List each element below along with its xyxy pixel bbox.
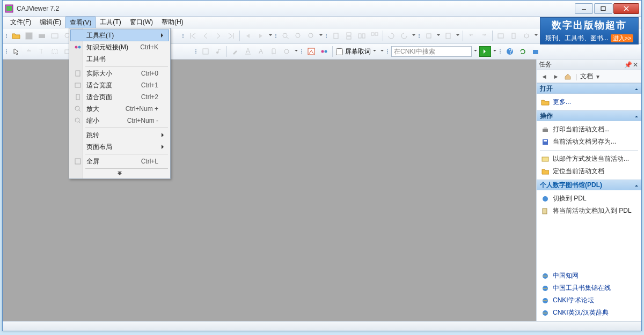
zoom-drop[interactable] [318, 30, 324, 42]
grip[interactable] [5, 30, 8, 42]
menu-fullscreen[interactable]: 全屏Ctrl+L [70, 155, 169, 167]
banner-enter-button[interactable]: 进入>> [611, 34, 634, 42]
section-open-header[interactable]: 打开 [537, 83, 641, 94]
locate-doc-item[interactable]: 定位当前活动文档 [540, 165, 638, 177]
knowledge-link-icon [74, 43, 82, 51]
stamp-button[interactable] [281, 46, 292, 57]
actual-size-button[interactable] [521, 30, 532, 42]
rotate-cw-button[interactable] [385, 30, 397, 42]
layout-single-button[interactable] [330, 30, 342, 42]
screen-lookup-checkbox[interactable] [336, 48, 343, 55]
text-select-button[interactable]: T [36, 46, 48, 57]
open-button[interactable] [10, 30, 22, 42]
close-pane-button[interactable]: ✕ [632, 61, 639, 69]
zoom-actual-button[interactable] [305, 30, 317, 42]
link-cnki[interactable]: 中国知网 [540, 270, 638, 282]
menu-help[interactable]: 帮助(H) [157, 17, 188, 28]
undo-button[interactable] [465, 30, 477, 42]
menu-file[interactable]: 文件(F) [6, 17, 35, 28]
last-page-button[interactable] [225, 30, 237, 42]
layout-cont-button[interactable] [343, 30, 355, 42]
strikeout-button[interactable]: A [255, 46, 267, 57]
doc-tab-label[interactable]: 文档 [580, 72, 593, 81]
print-button[interactable] [36, 30, 48, 42]
home-icon[interactable] [564, 72, 572, 81]
refresh-button[interactable] [517, 46, 529, 57]
save-button[interactable] [23, 30, 35, 42]
underline-button[interactable]: A [242, 46, 254, 57]
minimize-button[interactable] [575, 3, 593, 14]
menu-knowledge-link[interactable]: 知识元链接(M)Ctrl+K [70, 41, 169, 53]
add-to-pdl-item[interactable]: 将当前活动文档加入到 PDL [540, 205, 638, 217]
search-input[interactable]: 在CNKI中搜索 [391, 46, 472, 57]
dict-button[interactable] [318, 46, 330, 57]
nav-drop[interactable] [268, 30, 273, 42]
search-go-button[interactable] [479, 46, 491, 57]
back-button[interactable] [242, 30, 254, 42]
highlight-button[interactable] [229, 46, 241, 57]
forward-icon[interactable]: ► [552, 72, 560, 81]
next-page-button[interactable] [213, 30, 224, 42]
menu-toolbars[interactable]: 工具栏(T) [70, 29, 169, 41]
view-dropdown: 工具栏(T) 知识元链接(M)Ctrl+K 工具书 实际大小Ctrl+0 适合宽… [69, 28, 171, 179]
rotate-drop[interactable] [411, 30, 416, 42]
section-pdl-header[interactable]: 个人数字图书馆(PDL) [537, 180, 641, 190]
prev-page-button[interactable] [200, 30, 211, 42]
link-dict[interactable]: CNKI英汉/汉英辞典 [540, 307, 638, 319]
fit-page-button[interactable] [508, 30, 519, 42]
grip[interactable] [181, 30, 185, 42]
menu-expand-chevron[interactable] [70, 170, 169, 177]
save-as-item[interactable]: 当前活动文档另存为... [540, 136, 638, 148]
link-forum[interactable]: CNKI学术论坛 [540, 294, 638, 307]
print-doc-item[interactable]: 打印当前活动文档... [540, 123, 638, 136]
maximize-button[interactable] [594, 3, 612, 14]
layout-cont-facing-button[interactable] [369, 30, 380, 42]
screen-lookup-toggle[interactable]: 屏幕取词 [335, 46, 378, 57]
banner-ad[interactable]: 数字出版物超市 期刊、工具书、图书... 进入>> [540, 17, 639, 44]
menu-fit-page[interactable]: 适合页面Ctrl+2 [70, 91, 169, 103]
menu-zoom-out[interactable]: 缩小Ctrl+Num - [70, 115, 169, 126]
bookmark-button[interactable] [268, 46, 280, 57]
search-drop[interactable] [473, 46, 478, 57]
forward-button[interactable] [255, 30, 267, 42]
section-ops-header[interactable]: 操作 [537, 110, 641, 121]
menu-window[interactable]: 窗口(W) [126, 17, 157, 28]
save-icon [541, 138, 550, 146]
menu-zoom-in[interactable]: 放大Ctrl+Num + [70, 103, 169, 115]
paste-button[interactable] [442, 30, 454, 42]
help-button[interactable]: ? [504, 46, 516, 57]
menu-goto[interactable]: 跳转 [70, 129, 169, 141]
note-button[interactable] [200, 46, 211, 57]
pin-icon[interactable]: 📌 [624, 61, 632, 69]
zoom-out-button[interactable] [292, 30, 304, 42]
pointer-button[interactable] [10, 46, 22, 57]
link-tools[interactable]: 中国工具书集锦在线 [540, 282, 638, 294]
zoom-in-button[interactable] [280, 30, 291, 42]
ocr-button[interactable] [305, 46, 317, 57]
back-icon[interactable]: ◄ [540, 72, 548, 81]
menu-fit-width[interactable]: 适合宽度Ctrl+1 [70, 79, 169, 91]
menu-actual-size[interactable]: 实际大小Ctrl+0 [70, 68, 169, 79]
rotate-ccw-button[interactable] [398, 30, 410, 42]
menu-reference-book[interactable]: 工具书 [70, 53, 169, 65]
audio-note-button[interactable] [213, 46, 224, 57]
switch-pdl-item[interactable]: 切换到 PDL [540, 192, 638, 205]
app-icon [5, 4, 13, 13]
close-button[interactable] [613, 3, 639, 14]
hand-button[interactable] [23, 46, 35, 57]
menu-edit[interactable]: 编辑(E) [35, 17, 65, 28]
image-select-button[interactable] [49, 46, 61, 57]
send-mail-item[interactable]: 以邮件方式发送当前活动... [540, 153, 638, 165]
open-more-link[interactable]: 更多... [540, 96, 638, 108]
fit-width-button[interactable] [495, 30, 507, 42]
mail-icon [541, 155, 550, 163]
menu-tools[interactable]: 工具(T) [96, 17, 125, 28]
menu-page-layout[interactable]: 页面布局 [70, 141, 169, 153]
mail-button[interactable] [49, 30, 61, 42]
menu-view[interactable]: 查看(V) [65, 17, 96, 28]
copy-button[interactable] [423, 30, 435, 42]
home-button[interactable] [530, 46, 541, 57]
layout-facing-button[interactable] [356, 30, 368, 42]
first-page-button[interactable] [187, 30, 199, 42]
redo-button[interactable] [478, 30, 490, 42]
